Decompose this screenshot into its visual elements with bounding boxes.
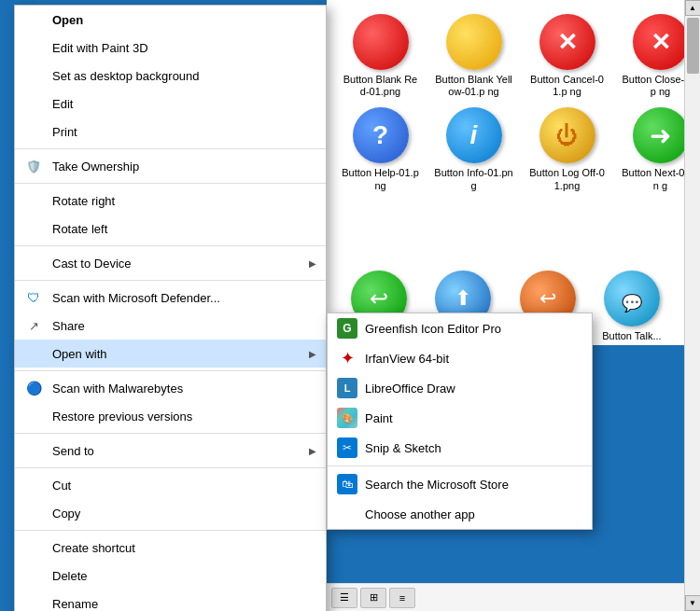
context-menu-rename[interactable]: Rename: [15, 590, 326, 611]
menu-separator-1: [15, 148, 326, 149]
malwarebytes-icon: 🔵: [24, 379, 43, 397]
view-list-button[interactable]: ≡: [389, 588, 415, 608]
icon-label: Button Talk...: [602, 330, 661, 342]
list-item[interactable]: Button Blank Red-01.png: [341, 14, 420, 98]
open-with-submenu: G Greenfish Icon Editor Pro ✦ IrfanView …: [327, 312, 593, 530]
context-menu-take-ownership[interactable]: 🛡️ Take Ownership: [15, 152, 326, 180]
libreoffice-icon: L: [337, 378, 357, 398]
context-menu-delete[interactable]: Delete: [15, 562, 326, 590]
context-menu-rotate-right[interactable]: Rotate right: [15, 187, 326, 215]
context-menu-restore[interactable]: Restore previous versions: [15, 402, 326, 430]
context-menu-rotate-left[interactable]: Rotate left: [15, 215, 326, 243]
context-menu-copy[interactable]: Copy: [15, 499, 326, 527]
icon-label: Button Blank Red-01.png: [341, 74, 420, 98]
list-item[interactable]: ? Button Help-01.p ng: [341, 107, 420, 191]
icon-label: Button Info-01.png: [434, 167, 513, 191]
icon-button-talk: 💬: [604, 271, 660, 326]
scrollbar[interactable]: ▲ ▼: [684, 0, 700, 611]
icon-label: Button Next-01.pn g: [621, 167, 684, 191]
icon-grid: Button Blank Red-01.png Button Blank Yel…: [327, 0, 684, 271]
context-menu-malwarebytes[interactable]: 🔵 Scan with Malwarebytes: [15, 374, 326, 402]
icon-button-help: ?: [353, 107, 409, 163]
submenu-arrow-open-with: ▶: [309, 349, 316, 359]
context-menu-print[interactable]: Print: [15, 118, 326, 146]
context-menu-create-shortcut[interactable]: Create shortcut: [15, 534, 326, 562]
list-item[interactable]: 💬 Button Talk...: [594, 271, 670, 345]
list-item[interactable]: ⏻ Button Log Off-01.png: [527, 107, 607, 191]
submenu-arrow-send-to: ▶: [309, 446, 316, 456]
menu-separator-4: [15, 280, 326, 281]
submenu-greenfish[interactable]: G Greenfish Icon Editor Pro: [328, 313, 592, 343]
bottom-toolbar: ☰ ⊞ ≡: [327, 583, 684, 611]
submenu-store[interactable]: 🛍 Search the Microsoft Store: [328, 469, 592, 499]
context-menu-edit-paint3d[interactable]: Edit with Paint 3D: [15, 34, 326, 62]
scroll-thumb[interactable]: [687, 18, 699, 74]
scroll-up-button[interactable]: ▲: [685, 0, 701, 16]
context-menu-edit[interactable]: Edit: [15, 90, 326, 118]
store-icon: 🛍: [337, 474, 357, 494]
menu-separator-6: [15, 433, 326, 434]
icon-label: Button Log Off-01.png: [527, 167, 607, 191]
context-menu: Open Edit with Paint 3D Set as desktop b…: [14, 5, 327, 611]
submenu-snip[interactable]: ✂ Snip & Sketch: [328, 433, 592, 463]
irfanview-icon: ✦: [337, 348, 357, 368]
icon-button-red: [353, 14, 409, 70]
snip-icon: ✂: [337, 437, 357, 458]
icon-label: Button Blank Yellow-01.p ng: [434, 74, 513, 98]
context-menu-defender[interactable]: 🛡 Scan with Microsoft Defender...: [15, 284, 326, 312]
submenu-choose-app[interactable]: Choose another app: [328, 499, 592, 529]
context-menu-open-with[interactable]: Open with ▶: [15, 340, 326, 368]
context-menu-open[interactable]: Open: [15, 6, 326, 34]
view-details-button[interactable]: ☰: [331, 588, 357, 608]
submenu-arrow: ▶: [309, 258, 316, 269]
list-item[interactable]: i Button Info-01.png: [434, 107, 513, 191]
icon-label: Button Close-01.p ng: [621, 74, 684, 98]
greenfish-icon: G: [337, 318, 357, 339]
menu-separator-3: [15, 245, 326, 246]
menu-separator-2: [15, 183, 326, 184]
scroll-down-button[interactable]: ▼: [685, 595, 701, 611]
icon-button-info: i: [446, 107, 502, 163]
list-item[interactable]: ✕ Button Cancel-01.p ng: [527, 14, 607, 98]
submenu-paint[interactable]: 🎨 Paint: [328, 403, 592, 433]
context-menu-share[interactable]: ↗ Share: [15, 312, 326, 340]
submenu-separator: [328, 465, 592, 466]
menu-separator-5: [15, 370, 326, 371]
submenu-irfanview[interactable]: ✦ IrfanView 64-bit: [328, 343, 592, 373]
list-item[interactable]: Button Blank Yellow-01.p ng: [434, 14, 513, 98]
share-icon: ↗: [24, 316, 43, 335]
icon-button-close: ✕: [633, 14, 685, 70]
menu-separator-8: [15, 530, 326, 531]
list-item[interactable]: ✕ Button Close-01.p ng: [621, 14, 684, 98]
context-menu-cast[interactable]: Cast to Device ▶: [15, 249, 326, 277]
menu-separator-7: [15, 467, 326, 468]
defender-icon: 🛡: [24, 288, 43, 307]
icon-button-cancel: ✕: [539, 14, 595, 70]
icon-label: Button Cancel-01.p ng: [527, 74, 607, 98]
list-item[interactable]: ➜ Button Next-01.pn g: [621, 107, 684, 191]
icon-button-yellow: [446, 14, 502, 70]
icon-label: Button Help-01.p ng: [341, 167, 420, 191]
icon-button-logoff: ⏻: [539, 107, 595, 163]
choose-app-icon: [337, 504, 357, 524]
view-grid-button[interactable]: ⊞: [360, 588, 386, 608]
submenu-libreoffice[interactable]: L LibreOffice Draw: [328, 373, 592, 403]
icon-button-next: ➜: [633, 107, 685, 163]
context-menu-set-desktop[interactable]: Set as desktop background: [15, 62, 326, 90]
context-menu-cut[interactable]: Cut: [15, 471, 326, 499]
context-menu-send-to[interactable]: Send to ▶: [15, 437, 326, 465]
paint-icon: 🎨: [337, 408, 357, 428]
shield-icon: 🛡️: [24, 157, 43, 175]
